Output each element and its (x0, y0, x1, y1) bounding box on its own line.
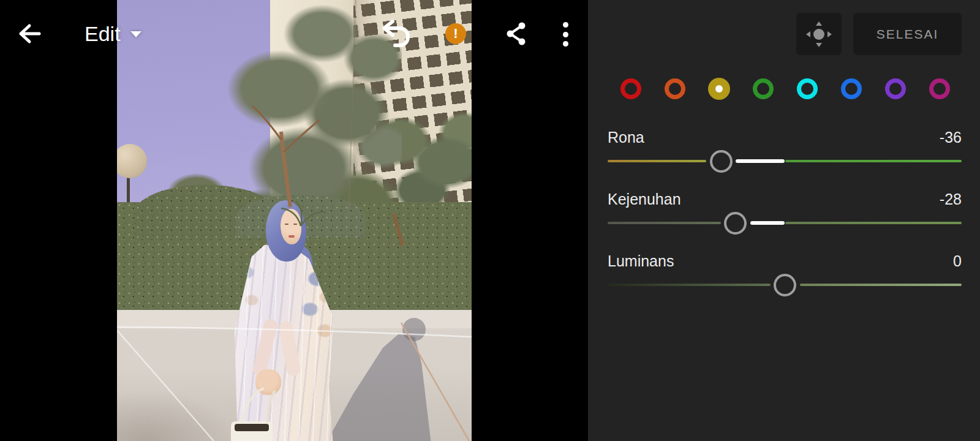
channel-blue-ring (841, 78, 862, 99)
targeted-adjustment-button[interactable] (796, 13, 842, 55)
channel-red-ring (620, 78, 641, 99)
done-button[interactable]: SELESAI (853, 13, 962, 55)
slider-row-saturation: Kejenuhan-28 (588, 184, 980, 246)
warning-badge[interactable]: ! (445, 23, 466, 44)
channel-green[interactable] (752, 77, 775, 100)
share-icon (505, 22, 527, 45)
color-channel-row (619, 77, 951, 100)
photo-canvas[interactable] (117, 0, 472, 441)
adjustment-panel: SELESAI Rona-36Kejenuhan-28Luminans0 (588, 0, 980, 441)
share-button[interactable] (505, 22, 527, 47)
slider-value-saturation: -28 (940, 190, 962, 208)
app-window: Edit ! SELESAI Rona (0, 0, 980, 441)
channel-yellow-selected (708, 78, 730, 100)
slider-track-saturation[interactable] (608, 221, 962, 225)
slider-value-luminance: 0 (953, 252, 962, 270)
track-value-highlight (750, 221, 785, 225)
track-left-segment (608, 284, 771, 286)
move-target-icon (805, 20, 833, 48)
track-right-segment (785, 222, 962, 224)
undo-button[interactable] (380, 20, 410, 50)
channel-blue[interactable] (840, 77, 863, 100)
channel-green-ring (753, 78, 774, 99)
slider-label-saturation: Kejenuhan (608, 190, 681, 208)
kebab-dot (563, 22, 568, 28)
slider-handle-hue[interactable] (710, 150, 733, 173)
slider-row-hue: Rona-36 (588, 123, 980, 184)
channel-aqua[interactable] (796, 77, 819, 100)
slider-label-luminance: Luminans (608, 252, 674, 270)
channel-purple-ring (885, 78, 906, 99)
kebab-dot (563, 41, 568, 47)
slider-label-hue: Rona (608, 129, 644, 146)
page-title: Edit (85, 22, 121, 46)
arrow-left-icon (16, 21, 42, 46)
photo-line-details (117, 0, 472, 441)
undo-icon (380, 20, 410, 48)
selected-dot-indicator (715, 85, 723, 92)
slider-row-luminance: Luminans0 (588, 246, 980, 308)
chevron-down-icon (130, 31, 141, 37)
more-options-button[interactable] (562, 22, 569, 47)
slider-track-luminance[interactable] (608, 283, 962, 287)
slider-value-hue: -36 (940, 129, 962, 146)
kebab-dot (563, 32, 568, 37)
slider-handle-luminance[interactable] (774, 274, 796, 296)
channel-red[interactable] (619, 77, 643, 100)
channel-orange-ring (665, 78, 685, 99)
back-button[interactable] (16, 21, 42, 48)
slider-handle-saturation[interactable] (724, 212, 747, 235)
track-value-highlight (736, 159, 785, 163)
track-left-segment (608, 222, 721, 224)
channel-orange[interactable] (663, 77, 687, 100)
channel-magenta-ring (929, 78, 950, 99)
channel-aqua-ring (797, 78, 818, 99)
channel-purple[interactable] (884, 77, 907, 100)
track-left-segment (608, 160, 706, 162)
edit-mode-dropdown[interactable]: Edit (85, 22, 141, 46)
slider-track-hue[interactable] (608, 159, 962, 163)
track-right-segment (785, 160, 962, 162)
channel-magenta[interactable] (928, 77, 951, 100)
track-right-segment (800, 284, 962, 286)
channel-yellow[interactable] (707, 77, 731, 100)
